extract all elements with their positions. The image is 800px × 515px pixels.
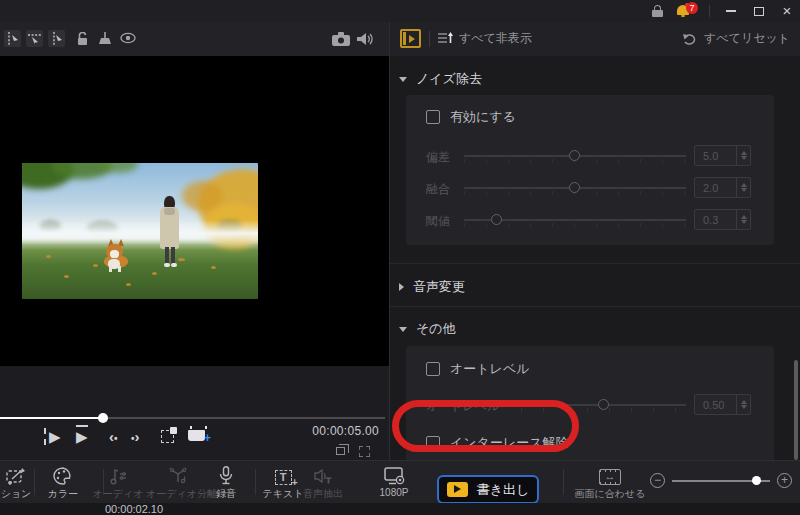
list-up-icon [438,32,453,45]
playback-time: 00:00:05.00 [312,424,379,438]
titlebar-separator [709,5,710,17]
reset-all-button[interactable]: すべてリセット [683,30,790,47]
timeline-clip-time: 00:00:02.10 [105,503,163,515]
threshold-value-box[interactable]: 0.3 [694,209,751,230]
main-toolbar: ション カラー オーディオ オーディオ分離 録音 [0,460,800,503]
copy-display-icon[interactable] [336,447,345,455]
corgi-dog-figure [102,239,138,273]
select-track-tool-button[interactable] [26,30,43,47]
deinterlace-checkbox-row[interactable]: インターレース解除 [426,434,569,452]
auto-level-slider-label: オートレベル [426,398,499,415]
auto-level-value: 0.50 [695,399,736,411]
slider-handle[interactable] [569,150,580,161]
threshold-slider-row: 閾値 0.3 [406,209,774,231]
play-button[interactable]: ▶ [76,428,88,446]
timeline-strip: 00:00:02.10 [0,503,800,515]
slider-handle[interactable] [569,182,580,193]
panel-header: すべて非表示 すべてリセット [390,22,800,56]
spinner-buttons[interactable] [736,395,750,414]
zoom-slider-handle[interactable] [752,476,761,485]
select-edge-tool-button[interactable] [4,30,21,47]
blend-label: 融合 [426,181,450,198]
zoom-in-button[interactable]: + [777,473,792,488]
microphone-icon [194,465,258,485]
minimize-button[interactable] [724,4,738,18]
previous-frame-button[interactable]: ‹• [109,428,118,446]
account-lock-icon[interactable] [652,5,663,17]
chevron-right-icon [399,283,404,291]
panel-scrollbar[interactable] [794,360,798,460]
properties-panel: すべて非表示 すべてリセット ノイズ除去 有効にする 偏差 [389,22,800,460]
auto-level-checkbox-row[interactable]: オートレベル [426,360,530,378]
maximize-button[interactable] [752,4,766,18]
deinterlace-label: インターレース解除 [450,434,569,452]
export-button[interactable]: 書き出し [437,475,539,503]
hide-all-button[interactable]: すべて非表示 [438,30,532,47]
section-others[interactable]: その他 [399,320,456,338]
record-label: 録音 [194,487,258,501]
notification-bell-icon[interactable]: 7 [677,4,695,18]
blend-slider-row: 融合 2.0 [406,177,774,199]
toolbar-audio-button[interactable]: オーディオ [86,465,150,501]
spinner-buttons[interactable] [736,146,750,165]
next-frame-button[interactable]: •› [131,428,140,446]
cleanup-brush-icon[interactable] [98,32,112,46]
section-title: ノイズ除去 [416,70,482,88]
export-icon [447,482,468,497]
add-marker-button[interactable]: + [188,426,205,441]
blend-value: 2.0 [695,182,736,194]
noise-removal-group: 有効にする 偏差 5.0 融合 [406,95,774,245]
app-window: 7 × [0,0,800,515]
video-preview[interactable] [0,56,389,366]
blend-value-box[interactable]: 2.0 [694,177,751,198]
chevron-down-icon [399,327,407,332]
deviation-slider[interactable] [464,145,686,167]
toolbar-record-button[interactable]: 録音 [194,465,258,501]
hide-all-label: すべて非表示 [459,30,532,47]
undo-icon [683,33,698,45]
section-noise-removal[interactable]: ノイズ除去 [399,70,482,88]
threshold-value: 0.3 [695,214,736,226]
close-button[interactable]: × [780,4,794,18]
fit-to-screen-button[interactable]: ↔ 画面に合わせる [570,465,650,501]
snapshot-button[interactable] [161,430,174,443]
toolbar-audio-extract-button[interactable]: T 音声抽出 [291,465,355,501]
reset-all-label: すべてリセット [704,30,790,47]
auto-level-label: オートレベル [450,360,530,378]
camera-snapshot-icon[interactable] [332,32,350,46]
blend-slider[interactable] [464,177,686,199]
video-panel-icon[interactable] [400,29,421,48]
slider-handle[interactable] [598,399,609,410]
fullscreen-icon[interactable] [359,446,370,457]
auto-level-slider-row: オートレベル 0.50 [406,394,774,416]
select-clip-tool-button[interactable] [48,30,65,47]
speaker-icon[interactable] [357,32,374,46]
play-from-start-button[interactable]: ▶ [44,428,61,446]
eye-icon[interactable] [120,32,136,44]
section-voice-change[interactable]: 音声変更 [399,278,465,296]
deviation-label: 偏差 [426,149,450,166]
audio-note-icon [86,465,150,485]
chevron-down-icon [399,77,407,82]
threshold-slider[interactable] [464,209,686,231]
section-title: その他 [416,320,456,338]
audio-label: オーディオ [86,487,150,501]
deviation-value: 5.0 [695,150,736,162]
auto-level-checkbox[interactable] [426,362,440,376]
playhead-handle[interactable] [98,413,108,423]
enable-checkbox-row[interactable]: 有効にする [426,108,516,126]
preview-toolbar [0,22,389,56]
export-label: 書き出し [477,481,530,499]
auto-level-slider[interactable] [521,394,686,416]
spinner-buttons[interactable] [736,210,750,229]
spinner-buttons[interactable] [736,178,750,197]
toolbar-resolution-button[interactable]: 1080P [362,465,426,498]
enable-checkbox[interactable] [426,110,440,124]
unlock-icon[interactable] [76,32,89,46]
auto-level-value-box[interactable]: 0.50 [694,394,751,415]
deviation-slider-row: 偏差 5.0 [406,145,774,167]
deinterlace-checkbox[interactable] [426,436,440,450]
zoom-out-button[interactable]: − [650,473,665,488]
deviation-value-box[interactable]: 5.0 [694,145,751,166]
display-settings-icon [362,465,426,485]
